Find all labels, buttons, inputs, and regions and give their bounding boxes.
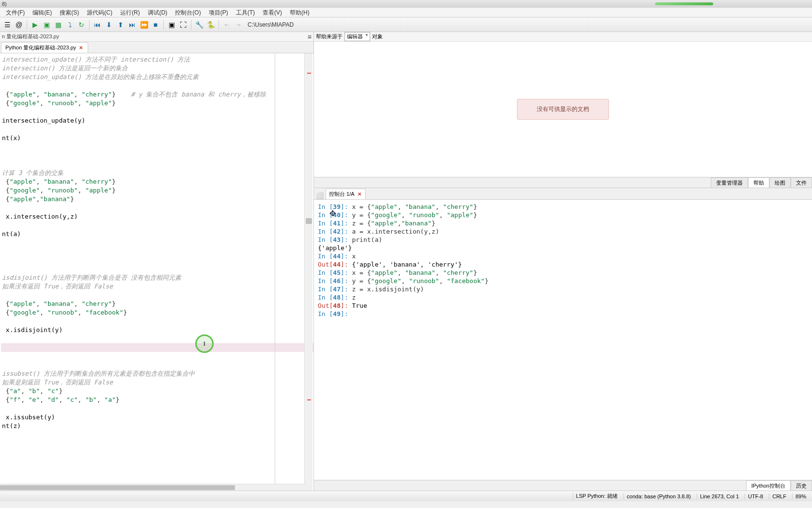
- editor-hscrollbar[interactable]: [0, 484, 305, 491]
- error-marker: [307, 399, 311, 400]
- close-icon[interactable]: ✕: [357, 191, 362, 197]
- menu-调试[interactable]: 调试(D): [144, 8, 172, 17]
- breadcrumb-text: n 量化编程基础-2023.py: [2, 33, 59, 40]
- menu-帮助[interactable]: 帮助(H): [286, 8, 313, 17]
- object-label: 对象: [372, 33, 383, 40]
- maximize-pane-icon[interactable]: ▣: [166, 19, 177, 30]
- menu-运行[interactable]: 运行(R): [116, 8, 144, 17]
- menu-工具[interactable]: 工具(T): [232, 8, 259, 17]
- editor-tab-label: Python 量化编程基础-2023.py: [5, 44, 76, 51]
- console-line: In [39]: x = {"apple", "banana", "cherry…: [318, 203, 808, 211]
- conda-status[interactable]: conda: base (Python 3.8.8): [624, 493, 694, 499]
- close-icon[interactable]: ✕: [78, 45, 84, 50]
- restart-icon[interactable]: ↻: [76, 19, 87, 30]
- editor-line: {"google", "runoob", "facebook"}: [1, 308, 313, 317]
- python-path-icon[interactable]: 🐍: [205, 19, 216, 30]
- menu-bar: 文件(F)编辑(E)搜索(S)源代码(C)运行(R)调试(D)控制台(O)项目(…: [0, 8, 812, 17]
- console-tab-bar: ⬜ 控制台 1/A ✕: [314, 188, 812, 200]
- preferences-icon[interactable]: 🔧: [194, 19, 204, 30]
- editor-line: x.intersection(y,z): [1, 212, 313, 221]
- editor-line: issubset() 方法用于判断集合的所有元素是否都包含在指定集合中: [1, 369, 313, 378]
- continue-icon[interactable]: ⏩: [139, 19, 149, 30]
- editor-line: [1, 404, 313, 413]
- step-into-icon[interactable]: ⬇: [104, 19, 114, 30]
- editor-line: [1, 108, 313, 116]
- code-editor[interactable]: intersection_update() 方法不同于 intersection…: [0, 53, 313, 491]
- editor-line: [1, 317, 313, 326]
- menu-搜索[interactable]: 搜索(S): [56, 8, 83, 17]
- linecol-status[interactable]: Line 2673, Col 1: [697, 493, 742, 499]
- text-cursor-marker: I: [195, 334, 214, 353]
- console-line: In [48]: z: [318, 293, 808, 302]
- menu-项目[interactable]: 项目(P): [205, 8, 232, 17]
- panel-tab-绘图[interactable]: 绘图: [769, 177, 791, 188]
- console-line: In [47]: z = x.isdisjoint(y): [318, 285, 808, 293]
- editor-line: [1, 343, 313, 352]
- ipython-console[interactable]: ✥ In [39]: x = {"apple", "banana", "cher…: [314, 200, 812, 480]
- scroll-thumb[interactable]: [306, 218, 312, 224]
- console-line: In [40]: y = {"google", "runoob", "apple…: [318, 211, 808, 219]
- bottom-tab-历史[interactable]: 历史: [791, 480, 812, 491]
- menu-控制台[interactable]: 控制台(O): [171, 8, 204, 17]
- bottom-tab-IPython控制台[interactable]: IPython控制台: [746, 480, 791, 491]
- run-icon[interactable]: ▶: [30, 19, 40, 30]
- menu-编辑[interactable]: 编辑(E): [29, 8, 56, 17]
- editor-tab[interactable]: Python 量化编程基础-2023.py ✕: [1, 42, 88, 53]
- panel-tab-帮助[interactable]: 帮助: [748, 177, 769, 188]
- editor-line: [1, 256, 313, 265]
- editor-line: [1, 265, 313, 273]
- editor-menu-icon[interactable]: ≡: [308, 33, 312, 41]
- editor-line: 计算 3 个集合的交集: [1, 169, 313, 177]
- help-source-combo[interactable]: 编辑器: [344, 32, 370, 41]
- editor-line: {"f", "e", "d", "c", "b", "a"}: [1, 396, 313, 404]
- console-line: In [42]: a = x.intersection(y,z): [318, 227, 808, 236]
- editor-vscrollbar[interactable]: [304, 53, 312, 491]
- encoding-status[interactable]: UTF-8: [745, 493, 766, 499]
- editor-line: {"apple", "banana", "cherry"}: [1, 177, 313, 186]
- editor-line: {"apple","banana"}: [1, 195, 313, 204]
- at-icon[interactable]: @: [14, 19, 24, 30]
- list-icon[interactable]: ☰: [2, 19, 13, 30]
- menu-源代码[interactable]: 源代码(C): [83, 8, 116, 17]
- run-cell-icon[interactable]: ▣: [41, 19, 52, 30]
- stop-icon[interactable]: ■: [150, 19, 161, 30]
- editor-tab-bar: Python 量化编程基础-2023.py ✕: [0, 42, 313, 53]
- ruler-line: [275, 53, 275, 491]
- eol-status[interactable]: CRLF: [769, 493, 789, 499]
- menu-文件[interactable]: 文件(F): [2, 8, 29, 17]
- window-title: 8): [2, 1, 7, 7]
- step-over-icon[interactable]: ⤵: [64, 19, 75, 30]
- panel-tab-变量管理器[interactable]: 变量管理器: [711, 177, 748, 188]
- console-expand-icon[interactable]: ⬜: [316, 192, 324, 199]
- editor-line: [1, 160, 313, 169]
- editor-line: intersection_update() 方法是在原始的集合上移除不重叠的元素: [1, 73, 313, 81]
- console-line: In [41]: z = {"apple","banana"}: [318, 219, 808, 227]
- nav-back-icon[interactable]: ←: [221, 19, 232, 30]
- step-next-icon[interactable]: ⏭: [127, 19, 138, 30]
- editor-line: [1, 352, 313, 361]
- editor-line: [1, 221, 313, 230]
- nav-forward-icon[interactable]: →: [233, 19, 244, 30]
- help-toolbar: 帮助来源于 编辑器 对象: [314, 32, 812, 42]
- console-line: {'apple'}: [318, 244, 808, 252]
- editor-line: nt(a): [1, 230, 313, 238]
- menu-查看[interactable]: 查看(V): [259, 8, 286, 17]
- editor-line: {"a", "b", "c"}: [1, 387, 313, 396]
- panel-tab-文件[interactable]: 文件: [791, 177, 812, 188]
- editor-line: intersection() 方法是返回一个新的集合: [1, 64, 313, 73]
- lsp-status: LSP Python: 就绪: [573, 492, 621, 500]
- console-tab[interactable]: 控制台 1/A ✕: [326, 189, 366, 199]
- debug-step-icon[interactable]: ⏮: [92, 19, 103, 30]
- console-line: In [45]: x = {"apple", "banana", "cherry…: [318, 269, 808, 277]
- run-cell-advance-icon[interactable]: ▦: [53, 19, 63, 30]
- editor-breadcrumb: n 量化编程基础-2023.py ≡: [0, 32, 313, 42]
- no-doc-message: 没有可供显示的文档: [517, 99, 609, 120]
- fullscreen-icon[interactable]: ⛶: [178, 19, 188, 30]
- hscroll-thumb[interactable]: [0, 485, 235, 490]
- step-out-icon[interactable]: ⬆: [115, 19, 126, 30]
- main-toolbar: ☰ @ ▶ ▣ ▦ ⤵ ↻ ⏮ ⬇ ⬆ ⏭ ⏩ ■ ▣ ⛶ 🔧 🐍 ← → C:…: [0, 17, 812, 32]
- console-line: In [49]:: [318, 310, 808, 318]
- editor-line: [1, 238, 313, 247]
- memory-status: 89%: [792, 493, 809, 499]
- help-source-label: 帮助来源于: [316, 33, 343, 40]
